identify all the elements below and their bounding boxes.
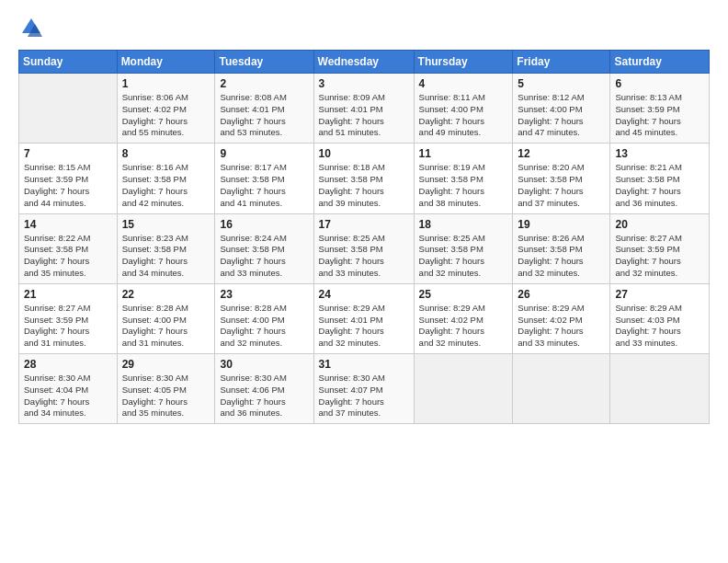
day-number: 22: [122, 288, 210, 301]
day-info: Sunrise: 8:13 AMSunset: 3:59 PMDaylight:…: [615, 92, 704, 139]
calendar-cell: 5Sunrise: 8:12 AMSunset: 4:00 PMDaylight…: [513, 74, 610, 144]
calendar-cell: 20Sunrise: 8:27 AMSunset: 3:59 PMDayligh…: [610, 213, 710, 283]
calendar-cell: 19Sunrise: 8:26 AMSunset: 3:58 PMDayligh…: [513, 213, 610, 283]
day-number: 1: [122, 77, 210, 90]
day-number: 28: [24, 358, 112, 371]
day-number: 3: [319, 77, 409, 90]
calendar-header-row: SundayMondayTuesdayWednesdayThursdayFrid…: [19, 51, 710, 74]
day-number: 24: [319, 288, 409, 301]
calendar-cell: 8Sunrise: 8:16 AMSunset: 3:58 PMDaylight…: [117, 144, 215, 213]
calendar-cell: 7Sunrise: 8:15 AMSunset: 3:59 PMDaylight…: [19, 144, 118, 213]
calendar-cell: 26Sunrise: 8:29 AMSunset: 4:02 PMDayligh…: [513, 283, 610, 353]
day-number: 26: [518, 288, 605, 301]
day-info: Sunrise: 8:23 AMSunset: 3:58 PMDaylight:…: [122, 233, 210, 280]
calendar-day-header: Thursday: [414, 51, 513, 74]
day-number: 17: [319, 218, 409, 231]
day-number: 25: [419, 288, 508, 301]
day-number: 8: [122, 147, 210, 160]
day-number: 14: [24, 218, 112, 231]
day-info: Sunrise: 8:11 AMSunset: 4:00 PMDaylight:…: [419, 92, 508, 139]
calendar-cell: 3Sunrise: 8:09 AMSunset: 4:01 PMDaylight…: [313, 74, 414, 144]
calendar-day-header: Tuesday: [215, 51, 313, 74]
calendar-week-row: 21Sunrise: 8:27 AMSunset: 3:59 PMDayligh…: [19, 283, 710, 353]
calendar-day-header: Friday: [513, 51, 610, 74]
day-info: Sunrise: 8:19 AMSunset: 3:58 PMDaylight:…: [419, 162, 508, 209]
day-number: 9: [220, 147, 308, 160]
day-number: 30: [220, 358, 308, 371]
day-info: Sunrise: 8:30 AMSunset: 4:06 PMDaylight:…: [220, 373, 308, 419]
day-number: 10: [319, 147, 409, 160]
day-number: 7: [24, 147, 112, 160]
day-info: Sunrise: 8:24 AMSunset: 3:58 PMDaylight:…: [220, 233, 308, 280]
day-info: Sunrise: 8:08 AMSunset: 4:01 PMDaylight:…: [220, 92, 308, 139]
calendar-week-row: 1Sunrise: 8:06 AMSunset: 4:02 PMDaylight…: [19, 74, 710, 144]
calendar-day-header: Sunday: [19, 51, 118, 74]
day-info: Sunrise: 8:09 AMSunset: 4:01 PMDaylight:…: [319, 92, 409, 139]
day-info: Sunrise: 8:27 AMSunset: 3:59 PMDaylight:…: [615, 233, 704, 280]
calendar-cell: 18Sunrise: 8:25 AMSunset: 3:58 PMDayligh…: [414, 213, 513, 283]
calendar-day-header: Monday: [117, 51, 215, 74]
calendar-cell: 28Sunrise: 8:30 AMSunset: 4:04 PMDayligh…: [19, 354, 118, 424]
calendar-cell: 25Sunrise: 8:29 AMSunset: 4:02 PMDayligh…: [414, 283, 513, 353]
day-number: 19: [518, 218, 605, 231]
day-info: Sunrise: 8:29 AMSunset: 4:03 PMDaylight:…: [615, 303, 704, 350]
calendar-week-row: 14Sunrise: 8:22 AMSunset: 3:58 PMDayligh…: [19, 213, 710, 283]
day-info: Sunrise: 8:25 AMSunset: 3:58 PMDaylight:…: [419, 233, 508, 280]
day-info: Sunrise: 8:16 AMSunset: 3:58 PMDaylight:…: [122, 162, 210, 209]
day-number: 23: [220, 288, 308, 301]
calendar-week-row: 7Sunrise: 8:15 AMSunset: 3:59 PMDaylight…: [19, 144, 710, 213]
day-number: 2: [220, 77, 308, 90]
day-number: 20: [615, 218, 704, 231]
calendar-cell: [414, 354, 513, 424]
day-number: 16: [220, 218, 308, 231]
calendar-cell: 21Sunrise: 8:27 AMSunset: 3:59 PMDayligh…: [19, 283, 118, 353]
logo-icon: [18, 15, 44, 40]
day-info: Sunrise: 8:26 AMSunset: 3:58 PMDaylight:…: [518, 233, 605, 280]
day-info: Sunrise: 8:30 AMSunset: 4:04 PMDaylight:…: [24, 373, 112, 419]
calendar-cell: 23Sunrise: 8:28 AMSunset: 4:00 PMDayligh…: [215, 283, 313, 353]
day-number: 29: [122, 358, 210, 371]
day-info: Sunrise: 8:28 AMSunset: 4:00 PMDaylight:…: [122, 303, 210, 350]
day-number: 27: [615, 288, 704, 301]
day-info: Sunrise: 8:15 AMSunset: 3:59 PMDaylight:…: [24, 162, 112, 209]
calendar-cell: 29Sunrise: 8:30 AMSunset: 4:05 PMDayligh…: [117, 354, 215, 424]
day-info: Sunrise: 8:29 AMSunset: 4:02 PMDaylight:…: [419, 303, 508, 350]
day-info: Sunrise: 8:06 AMSunset: 4:02 PMDaylight:…: [122, 92, 210, 139]
calendar-cell: [513, 354, 610, 424]
day-info: Sunrise: 8:20 AMSunset: 3:58 PMDaylight:…: [518, 162, 605, 209]
calendar-cell: 31Sunrise: 8:30 AMSunset: 4:07 PMDayligh…: [313, 354, 414, 424]
day-info: Sunrise: 8:27 AMSunset: 3:59 PMDaylight:…: [24, 303, 112, 350]
calendar-week-row: 28Sunrise: 8:30 AMSunset: 4:04 PMDayligh…: [19, 354, 710, 424]
calendar-cell: 11Sunrise: 8:19 AMSunset: 3:58 PMDayligh…: [414, 144, 513, 213]
calendar-cell: [19, 74, 118, 144]
calendar-cell: 2Sunrise: 8:08 AMSunset: 4:01 PMDaylight…: [215, 74, 313, 144]
day-info: Sunrise: 8:12 AMSunset: 4:00 PMDaylight:…: [518, 92, 605, 139]
day-info: Sunrise: 8:25 AMSunset: 3:58 PMDaylight:…: [319, 233, 409, 280]
day-number: 13: [615, 147, 704, 160]
calendar-cell: 30Sunrise: 8:30 AMSunset: 4:06 PMDayligh…: [215, 354, 313, 424]
day-info: Sunrise: 8:29 AMSunset: 4:01 PMDaylight:…: [319, 303, 409, 350]
day-info: Sunrise: 8:30 AMSunset: 4:07 PMDaylight:…: [319, 373, 409, 419]
calendar-cell: 10Sunrise: 8:18 AMSunset: 3:58 PMDayligh…: [313, 144, 414, 213]
day-number: 18: [419, 218, 508, 231]
day-number: 21: [24, 288, 112, 301]
day-info: Sunrise: 8:17 AMSunset: 3:58 PMDaylight:…: [220, 162, 308, 209]
calendar-cell: 1Sunrise: 8:06 AMSunset: 4:02 PMDaylight…: [117, 74, 215, 144]
day-info: Sunrise: 8:18 AMSunset: 3:58 PMDaylight:…: [319, 162, 409, 209]
calendar-cell: 12Sunrise: 8:20 AMSunset: 3:58 PMDayligh…: [513, 144, 610, 213]
calendar-cell: 24Sunrise: 8:29 AMSunset: 4:01 PMDayligh…: [313, 283, 414, 353]
day-number: 15: [122, 218, 210, 231]
day-number: 5: [518, 77, 605, 90]
day-number: 4: [419, 77, 508, 90]
day-info: Sunrise: 8:22 AMSunset: 3:58 PMDaylight:…: [24, 233, 112, 280]
calendar-cell: 9Sunrise: 8:17 AMSunset: 3:58 PMDaylight…: [215, 144, 313, 213]
calendar-day-header: Wednesday: [313, 51, 414, 74]
calendar-cell: 13Sunrise: 8:21 AMSunset: 3:58 PMDayligh…: [610, 144, 710, 213]
calendar-cell: 4Sunrise: 8:11 AMSunset: 4:00 PMDaylight…: [414, 74, 513, 144]
calendar-cell: 17Sunrise: 8:25 AMSunset: 3:58 PMDayligh…: [313, 213, 414, 283]
day-number: 6: [615, 77, 704, 90]
calendar-day-header: Saturday: [610, 51, 710, 74]
day-info: Sunrise: 8:28 AMSunset: 4:00 PMDaylight:…: [220, 303, 308, 350]
logo: [18, 15, 48, 40]
day-info: Sunrise: 8:30 AMSunset: 4:05 PMDaylight:…: [122, 373, 210, 419]
